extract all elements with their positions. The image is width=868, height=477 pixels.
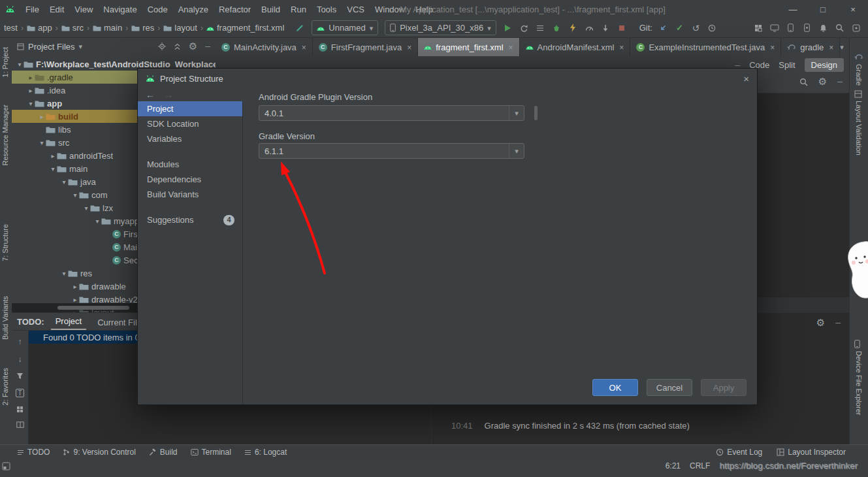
dialog-nav-dependencies[interactable]: Dependencies <box>138 172 242 187</box>
close-tab-icon[interactable] <box>769 42 775 52</box>
breadcrumb-fragment-first[interactable]: fragment_first.xml <box>205 23 285 33</box>
chevron-down-icon[interactable] <box>82 205 90 212</box>
chevron-down-icon[interactable] <box>16 61 24 68</box>
chevron-right-icon[interactable] <box>49 152 57 159</box>
chevron-down-icon[interactable] <box>71 191 79 199</box>
agp-version-select[interactable]: 4.0.1 <box>259 105 524 121</box>
profiler-icon[interactable] <box>581 20 598 37</box>
tool-tab-structure[interactable]: 7: Structure <box>1 224 9 261</box>
menu-tools[interactable]: Tools <box>312 5 342 14</box>
chevron-down-icon[interactable] <box>60 178 68 186</box>
statusbar-layout-inspector-button[interactable]: Layout Inspector <box>777 448 846 457</box>
dialog-nav-suggestions[interactable]: Suggestions4 <box>138 212 242 227</box>
apply-changes-icon[interactable] <box>516 20 532 37</box>
device-select[interactable]: Pixel_3a_API_30_x86 <box>385 20 496 35</box>
breadcrumb-layout[interactable]: layout <box>162 23 199 33</box>
menu-edit[interactable]: Edit <box>44 5 69 14</box>
caret-position[interactable]: 6:21 <box>666 461 681 470</box>
chevron-right-icon[interactable] <box>71 296 79 303</box>
chevron-down-icon[interactable] <box>509 106 524 120</box>
menu-view[interactable]: View <box>69 5 98 14</box>
run-list-icon[interactable] <box>532 20 549 37</box>
chevron-down-icon[interactable] <box>60 270 68 277</box>
chevron-right-icon[interactable] <box>27 74 35 81</box>
toolwindow-toggle-icon[interactable] <box>2 462 10 470</box>
dialog-nav-build-variants[interactable]: Build Variants <box>138 187 242 202</box>
statusbar-build-button[interactable]: Build <box>149 448 178 457</box>
ok-button[interactable]: OK <box>592 379 638 396</box>
run-configuration-select[interactable]: Unnamed <box>312 20 378 35</box>
editor-tab-mainactivity[interactable]: CMainActivity.java <box>216 38 313 56</box>
close-tab-icon[interactable] <box>618 42 624 52</box>
breadcrumb-res[interactable]: res <box>130 23 155 33</box>
layout-inspector-icon[interactable] <box>766 20 782 37</box>
preview-icon[interactable] <box>16 421 24 428</box>
chevron-down-icon[interactable] <box>27 100 35 107</box>
scrollbar-thumb[interactable] <box>57 306 129 310</box>
editor-tab-gradle[interactable]: gradle <box>781 38 840 56</box>
git-update-icon[interactable] <box>655 20 671 37</box>
menu-code[interactable]: Code <box>142 5 173 14</box>
close-tab-icon[interactable] <box>828 42 833 52</box>
chevron-down-icon[interactable] <box>49 165 57 173</box>
tool-tab-device-file-explorer[interactable]: Device File Explorer <box>855 351 863 415</box>
device-manager-icon[interactable] <box>782 20 799 37</box>
statusbar-event-log-button[interactable]: Event Log <box>716 448 762 457</box>
dialog-title-bar[interactable]: Project Structure <box>138 69 757 88</box>
emulator-icon[interactable] <box>799 20 815 37</box>
close-button[interactable]: × <box>838 0 868 18</box>
cancel-button[interactable]: Cancel <box>647 379 692 396</box>
hide-panel-icon[interactable] <box>835 318 841 327</box>
close-tab-icon[interactable] <box>507 42 513 52</box>
search-icon[interactable] <box>799 78 808 86</box>
view-mode-design[interactable]: Design <box>805 58 844 72</box>
back-arrow-icon[interactable]: ← <box>146 90 155 100</box>
apply-button[interactable]: Apply <box>701 379 747 396</box>
breadcrumb-app[interactable]: app <box>25 23 54 33</box>
chevron-down-icon[interactable] <box>509 144 524 158</box>
menu-file[interactable]: File <box>20 5 44 14</box>
chevron-right-icon[interactable] <box>27 87 35 94</box>
statusbar-version-control-button[interactable]: 9: Version Control <box>63 448 135 457</box>
dialog-nav-sdk-location[interactable]: SDK Location <box>138 116 242 131</box>
close-tab-icon[interactable] <box>406 42 411 52</box>
chevron-right-icon[interactable] <box>71 283 79 290</box>
git-rollback-icon[interactable] <box>688 20 704 37</box>
tool-tab-project[interactable]: 1: Project <box>1 47 9 77</box>
view-mode-split[interactable]: Split <box>779 60 795 70</box>
menu-refactor[interactable]: Refactor <box>214 5 256 14</box>
search-everywhere-icon[interactable] <box>831 20 848 37</box>
tool-tab-gradle[interactable]: Gradle <box>855 64 863 86</box>
filter-funnel-icon[interactable] <box>16 372 24 380</box>
dialog-nav-variables[interactable]: Variables <box>138 131 242 146</box>
editor-tab-exampleinstrumentedtest[interactable]: CExampleInstrumentedTest.java <box>630 38 781 56</box>
tool-tab-resource-manager[interactable]: Resource Manager <box>1 105 9 166</box>
chevron-down-icon[interactable] <box>93 218 101 225</box>
notifications-icon[interactable] <box>815 20 831 37</box>
settings-gear-icon[interactable] <box>816 317 825 329</box>
collapse-all-icon[interactable] <box>174 43 181 50</box>
editor-tab-fragment-first[interactable]: fragment_first.xml <box>418 38 519 56</box>
run-icon[interactable] <box>500 20 516 37</box>
pencil-icon[interactable] <box>292 20 308 37</box>
chevron-down-icon[interactable] <box>38 139 46 146</box>
git-history-icon[interactable] <box>704 20 720 37</box>
chevron-right-icon[interactable] <box>38 113 46 120</box>
hide-icon[interactable] <box>837 77 843 86</box>
project-structure-icon[interactable] <box>750 20 766 37</box>
dialog-nav-project[interactable]: Project <box>138 101 242 116</box>
editor-tab-androidmanifest[interactable]: AndroidManifest.xml <box>520 38 631 56</box>
close-tab-icon[interactable] <box>300 42 306 52</box>
gear-icon[interactable] <box>818 76 827 88</box>
editor-tab-firstfragment[interactable]: CFirstFragment.java <box>313 38 418 56</box>
ide-settings-icon[interactable] <box>848 20 864 37</box>
todo-tab-project[interactable]: Project <box>51 313 86 330</box>
todo-filter-icon[interactable] <box>16 388 24 397</box>
tool-tab-build-variants[interactable]: Build Variants <box>1 296 9 340</box>
menu-run[interactable]: Run <box>285 5 312 14</box>
hide-panel-icon[interactable] <box>205 42 210 50</box>
previous-todo-icon[interactable] <box>18 337 22 346</box>
settings-gear-icon[interactable] <box>189 41 197 52</box>
tool-tab-favorites[interactable]: 2: Favorites <box>1 368 9 405</box>
group-by-icon[interactable] <box>16 406 24 413</box>
